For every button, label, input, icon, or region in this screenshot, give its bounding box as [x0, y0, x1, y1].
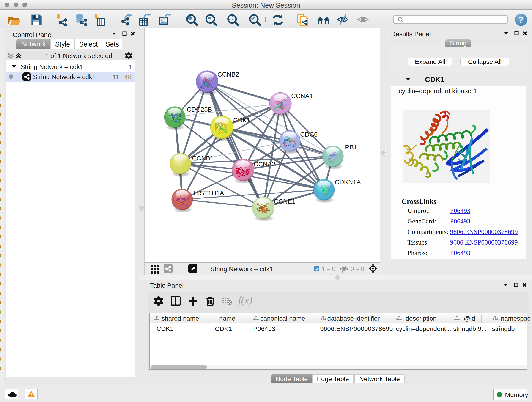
- svg-text:CDC6: CDC6: [300, 131, 317, 138]
- svg-text:CCNB1: CCNB1: [192, 155, 214, 162]
- svg-text:CCNB2: CCNB2: [217, 71, 239, 78]
- svg-text:HIST1H1A: HIST1H1A: [193, 190, 224, 197]
- svg-text:CCNA1: CCNA1: [291, 92, 313, 99]
- svg-text:CDK1: CDK1: [233, 117, 250, 124]
- svg-text:CCNE1: CCNE1: [274, 198, 296, 205]
- svg-text:CDKN1A: CDKN1A: [335, 179, 361, 186]
- svg-text:RB1: RB1: [345, 144, 357, 151]
- svg-text:CCNA2: CCNA2: [254, 161, 275, 168]
- svg-text:CDC25B: CDC25B: [187, 106, 212, 113]
